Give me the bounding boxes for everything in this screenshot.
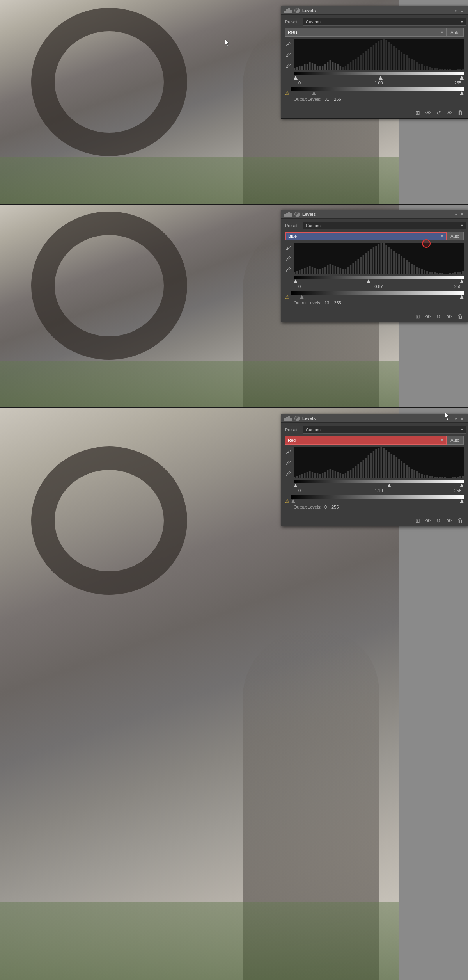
svg-rect-174	[355, 466, 356, 478]
eyedropper-tools-3: 🖋 🖋 🖋	[285, 447, 292, 479]
panel-icon-levels-3	[284, 415, 292, 422]
eyedropper-gray-1[interactable]: 🖋	[285, 52, 291, 58]
rock-arch-1	[31, 8, 187, 156]
eyedropper-black-2[interactable]: 🖋	[285, 245, 291, 251]
svg-rect-55	[421, 64, 423, 70]
toolbar-reset-btn-2[interactable]: ↺	[435, 313, 443, 320]
output-thumb-black-3[interactable]	[291, 499, 295, 503]
panel-header-icons-3: » ≡	[453, 416, 464, 421]
output-slider-3	[291, 499, 464, 504]
svg-rect-64	[444, 69, 446, 70]
eyedropper-gray-2[interactable]: 🖋	[285, 256, 291, 262]
output-thumb-black-2[interactable]	[300, 295, 304, 299]
toolbar-visibility-btn-3[interactable]: 👁	[445, 517, 454, 525]
svg-rect-30	[358, 57, 359, 70]
histogram-svg-2	[294, 243, 464, 274]
auto-btn-2[interactable]: Auto	[446, 232, 464, 240]
panel-toolbar-2: ⊞ 👁 ↺ 👁 🗑	[281, 311, 468, 322]
toolbar-reset-btn-1[interactable]: ↺	[435, 109, 443, 117]
toolbar-crop-btn-2[interactable]: ⊞	[414, 313, 422, 320]
preset-select-3[interactable]: Custom	[303, 426, 466, 434]
toolbar-preview-btn-1[interactable]: 👁	[424, 109, 433, 117]
toolbar-delete-btn-1[interactable]: 🗑	[456, 109, 464, 117]
output-thumb-white-1[interactable]	[460, 91, 464, 95]
panel-expand-icon-1[interactable]: »	[453, 8, 458, 13]
svg-rect-63	[441, 69, 443, 70]
panel-header-icons-2: » ≡	[453, 212, 464, 217]
preset-row-1: Preset: Custom ▼	[285, 18, 464, 26]
thumb-black-2[interactable]	[294, 279, 298, 283]
output-slider-1	[291, 91, 464, 96]
svg-rect-163	[327, 470, 328, 478]
warning-icon-2: ⚠	[285, 294, 290, 300]
svg-rect-33	[365, 51, 367, 70]
toolbar-delete-btn-3[interactable]: 🗑	[456, 517, 464, 525]
input-min-1: 0	[294, 80, 305, 85]
panel-body-2: Preset: Custom ▼ Blue ▼ Auto 🖋 🖋	[281, 219, 468, 311]
svg-rect-187	[388, 452, 390, 478]
svg-rect-70	[459, 69, 461, 70]
toolbar-delete-btn-2[interactable]: 🗑	[456, 313, 464, 320]
output-thumb-white-3[interactable]	[460, 499, 464, 503]
channel-select-2[interactable]: Blue	[285, 232, 447, 240]
thumb-mid-2[interactable]	[367, 279, 370, 283]
toolbar-visibility-btn-1[interactable]: 👁	[445, 109, 454, 117]
output-thumb-black-1[interactable]	[312, 91, 316, 95]
channel-select-1[interactable]: RGB	[285, 28, 447, 37]
input-mid-3: 1.10	[373, 488, 385, 493]
panel-toolbar-1: ⊞ 👁 ↺ 👁 🗑	[281, 107, 468, 118]
panel-expand-icon-3[interactable]: »	[453, 416, 458, 421]
eyedropper-black-3[interactable]: 🖋	[285, 449, 291, 455]
gradient-bar-2	[294, 276, 464, 279]
output-thumb-white-2[interactable]	[460, 295, 464, 299]
eyedropper-white-2[interactable]: 🖋	[285, 266, 291, 272]
svg-rect-100	[350, 265, 351, 274]
svg-rect-107	[368, 251, 369, 274]
svg-rect-156	[309, 471, 310, 478]
eyedropper-gray-3[interactable]: 🖋	[285, 460, 291, 466]
auto-btn-3[interactable]: Auto	[446, 436, 464, 445]
svg-rect-111	[378, 244, 379, 274]
panel-menu-icon-3[interactable]: ≡	[460, 416, 464, 421]
svg-rect-21	[335, 63, 336, 70]
toolbar-visibility-btn-2[interactable]: 👁	[445, 313, 454, 320]
svg-rect-13	[314, 64, 316, 70]
thumb-mid-1[interactable]	[379, 76, 383, 80]
svg-rect-148	[290, 418, 292, 421]
thumb-mid-3[interactable]	[387, 484, 391, 487]
svg-rect-86	[314, 268, 316, 274]
svg-rect-45	[396, 48, 397, 70]
eyedropper-white-1[interactable]: 🖋	[285, 62, 291, 69]
toolbar-crop-btn-3[interactable]: ⊞	[414, 517, 422, 525]
preset-select-2[interactable]: Custom	[303, 222, 466, 229]
svg-rect-88	[319, 269, 321, 274]
svg-rect-150	[294, 477, 295, 478]
svg-rect-14	[317, 66, 318, 70]
toolbar-crop-btn-1[interactable]: ⊞	[414, 109, 422, 117]
svg-rect-94	[335, 266, 336, 274]
panel-expand-icon-2[interactable]: »	[453, 212, 458, 217]
panel-menu-icon-2[interactable]: ≡	[460, 212, 464, 217]
thumb-black-3[interactable]	[294, 484, 298, 487]
thumb-white-2[interactable]	[460, 279, 464, 283]
thumb-white-3[interactable]	[460, 484, 464, 487]
panel-label-3: Levels	[302, 416, 316, 421]
thumb-black-1[interactable]	[294, 76, 298, 80]
toolbar-preview-btn-2[interactable]: 👁	[424, 313, 433, 320]
output-min-val-3: 0	[324, 505, 327, 509]
auto-btn-1[interactable]: Auto	[446, 28, 464, 37]
preset-select-1[interactable]: Custom	[303, 18, 466, 26]
eyedropper-black-1[interactable]: 🖋	[285, 41, 291, 48]
channel-row-1: RGB ▼ Auto	[285, 28, 464, 37]
thumb-white-1[interactable]	[460, 76, 464, 80]
output-gradient-3	[291, 495, 464, 504]
channel-select-3[interactable]: Red	[285, 436, 447, 445]
svg-rect-167	[337, 472, 339, 478]
svg-rect-32	[363, 53, 364, 70]
toolbar-reset-btn-3[interactable]: ↺	[435, 517, 443, 525]
input-slider-3	[294, 480, 464, 488]
input-slider-2	[294, 276, 464, 284]
panel-menu-icon-1[interactable]: ≡	[460, 8, 464, 13]
toolbar-preview-btn-3[interactable]: 👁	[424, 517, 433, 525]
eyedropper-white-3[interactable]: 🖋	[285, 470, 291, 477]
